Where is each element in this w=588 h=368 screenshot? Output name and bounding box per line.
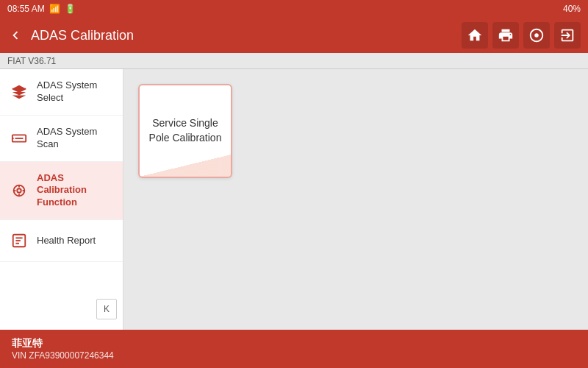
sidebar-collapse-button[interactable]: K xyxy=(96,299,117,319)
home-button[interactable] xyxy=(462,22,488,49)
health-report-icon xyxy=(9,230,29,251)
footer-vehicle-info: 菲亚特 VIN ZFA93900007246344 xyxy=(12,337,114,361)
status-left: 08:55 AM 📶 🔋 xyxy=(7,4,76,14)
battery-level: 40% xyxy=(563,4,581,14)
sidebar: ADAS System Select ADAS System Scan ADAS… xyxy=(0,69,123,330)
sidebar-label-adas-system-select: ADAS System Select xyxy=(37,79,114,105)
sidebar-item-adas-system-select[interactable]: ADAS System Select xyxy=(0,69,123,116)
content-area: Service Single Pole Calibration xyxy=(123,69,588,330)
status-right: 40% xyxy=(563,4,581,14)
sidebar-item-health-report[interactable]: Health Report xyxy=(0,220,123,262)
adas-system-scan-icon xyxy=(9,128,29,149)
service-single-pole-label: Service Single Pole Calibration xyxy=(148,116,222,145)
adas-button[interactable] xyxy=(523,22,550,49)
wifi-icon: 📶 xyxy=(49,4,60,14)
svg-point-0 xyxy=(534,33,539,38)
main-layout: ADAS System Select ADAS System Scan ADAS… xyxy=(0,69,588,330)
service-single-pole-card[interactable]: Service Single Pole Calibration xyxy=(138,84,232,178)
print-button[interactable] xyxy=(492,22,519,49)
footer-vin: VIN ZFA93900007246344 xyxy=(12,350,114,361)
svg-point-5 xyxy=(17,188,21,193)
sidebar-label-health-report: Health Report xyxy=(37,235,96,247)
page-title: ADAS Calibration xyxy=(31,28,454,43)
sidebar-item-adas-calibration-function[interactable]: ADAS Calibration Function xyxy=(0,162,123,221)
time-display: 08:55 AM xyxy=(7,4,45,14)
footer-bar: 菲亚特 VIN ZFA93900007246344 xyxy=(0,330,588,368)
sidebar-label-adas-calibration-function: ADAS Calibration Function xyxy=(37,172,114,210)
footer-vehicle-name: 菲亚特 xyxy=(12,337,114,350)
header-toolbar xyxy=(462,22,581,49)
header: ADAS Calibration xyxy=(0,18,588,53)
back-button[interactable] xyxy=(7,27,24,43)
battery-icon-status: 🔋 xyxy=(65,4,76,14)
adas-system-select-icon xyxy=(9,82,29,102)
version-bar: FIAT V36.71 xyxy=(0,53,588,69)
version-text: FIAT V36.71 xyxy=(7,56,56,66)
exit-button[interactable] xyxy=(554,22,581,49)
sidebar-label-adas-system-scan: ADAS System Scan xyxy=(37,126,114,151)
sidebar-item-adas-system-scan[interactable]: ADAS System Scan xyxy=(0,116,123,162)
status-bar: 08:55 AM 📶 🔋 40% xyxy=(0,0,588,18)
adas-calibration-icon xyxy=(9,180,29,201)
